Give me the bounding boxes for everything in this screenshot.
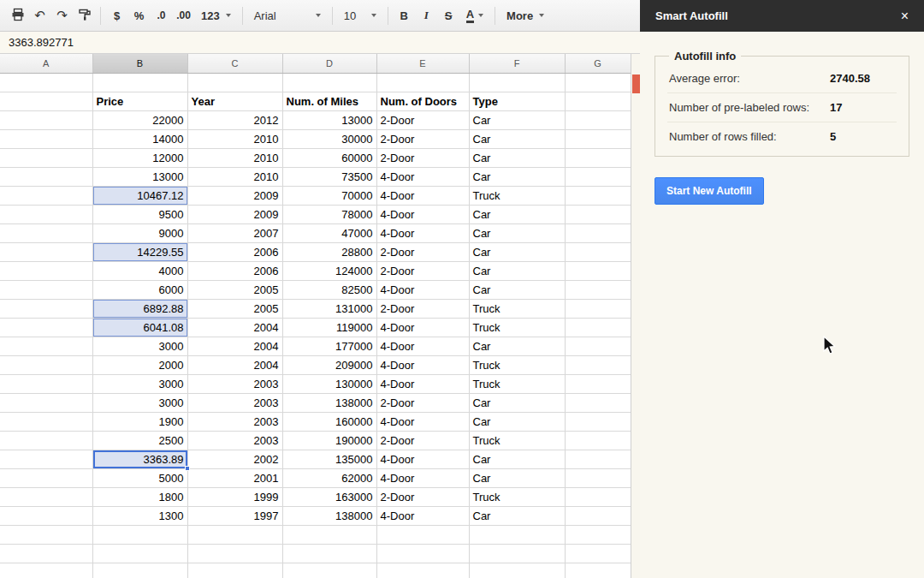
cell-price[interactable]: 4000 [92,261,187,280]
cell-empty[interactable] [565,186,631,205]
column-header-e[interactable]: E [376,54,469,73]
cell-doors[interactable]: 4-Door [376,167,469,186]
cell-price[interactable]: 2000 [92,355,187,374]
cell-empty[interactable] [565,544,631,563]
cell-empty[interactable] [376,525,469,544]
cell-miles[interactable]: 177000 [282,337,376,355]
cell-year[interactable]: 2001 [187,468,282,487]
cell-doors[interactable]: 4-Door [376,374,469,393]
cell-empty[interactable] [92,525,187,544]
cell-empty[interactable] [187,525,282,544]
cell-type[interactable]: Truck [469,318,565,337]
cell-miles[interactable]: 62000 [282,468,376,487]
cell-year[interactable]: 2010 [187,167,282,186]
cell-empty[interactable] [565,337,631,355]
vertical-scrollbar[interactable] [631,54,640,578]
cell-empty[interactable] [565,148,631,167]
decrease-decimal-button[interactable]: .0 [151,4,172,27]
cell-empty[interactable] [565,318,631,337]
italic-button[interactable]: I [416,4,437,27]
cell-empty[interactable] [0,337,92,355]
cell-miles[interactable]: 131000 [282,299,376,318]
close-icon[interactable]: × [901,9,909,23]
cell-type[interactable]: Car [469,223,565,242]
cell-empty[interactable] [0,186,92,205]
cell-empty[interactable] [0,544,92,563]
cell-empty[interactable] [282,525,376,544]
cell-doors[interactable]: 2-Door [376,148,469,167]
cell-year[interactable]: 1997 [187,506,282,525]
cell-field-header-miles[interactable]: Num. of Miles [282,92,376,110]
cell-field-header-price[interactable]: Price [92,92,187,110]
cell-miles[interactable]: 138000 [282,393,376,412]
more-dropdown[interactable]: More [500,4,550,27]
cell-doors[interactable]: 4-Door [376,450,469,468]
cell-empty[interactable] [565,431,631,450]
cell-miles[interactable]: 82500 [282,280,376,299]
cell-empty[interactable] [282,544,376,563]
cell-field-header-doors[interactable]: Num. of Doors [376,92,469,110]
cell-doors[interactable]: 4-Door [376,280,469,299]
cell-doors[interactable]: 2-Door [376,129,469,148]
cell-empty[interactable] [0,167,92,186]
cell-empty[interactable] [376,544,469,563]
cell-miles[interactable]: 30000 [282,129,376,148]
percent-format-button[interactable]: % [128,4,150,27]
cell-empty[interactable] [565,223,631,242]
cell-type[interactable]: Car [469,110,565,129]
cell-empty[interactable] [565,73,631,92]
font-size-dropdown[interactable]: 10 [338,4,382,27]
cell-doors[interactable]: 4-Door [376,412,469,431]
cell-year[interactable]: 2012 [187,110,282,129]
cell-empty[interactable] [92,563,187,578]
cell-type[interactable]: Truck [469,355,565,374]
autofilled-cell[interactable]: 6041.08 [92,318,187,337]
cell-type[interactable]: Car [469,205,565,223]
cell-miles[interactable]: 28800 [282,242,376,261]
cell-empty[interactable] [0,431,92,450]
cell-price[interactable]: 3000 [92,393,187,412]
cell-type[interactable]: Car [469,412,565,431]
column-header-b[interactable]: B [92,54,187,73]
cell-empty[interactable] [565,525,631,544]
cell-price[interactable]: 13000 [92,167,187,186]
cell-empty[interactable] [282,73,376,92]
cell-price[interactable]: 22000 [92,110,187,129]
autofilled-cell[interactable]: 10467.12 [92,186,187,205]
column-header-d[interactable]: D [282,54,376,73]
cell-empty[interactable] [0,487,92,506]
cell-type[interactable]: Car [469,242,565,261]
cell-year[interactable]: 2003 [187,374,282,393]
cell-year[interactable]: 2002 [187,450,282,468]
cell-year[interactable]: 2010 [187,148,282,167]
autofilled-cell[interactable]: 14229.55 [92,242,187,261]
font-family-dropdown[interactable]: Arial [248,4,327,27]
redo-button[interactable]: ↷ [51,4,73,27]
cell-empty[interactable] [565,280,631,299]
scrollbar-marker[interactable] [632,74,640,93]
cell-year[interactable]: 2003 [187,431,282,450]
cell-miles[interactable]: 135000 [282,450,376,468]
cell-empty[interactable] [0,412,92,431]
cell-doors[interactable]: 4-Door [376,337,469,355]
cell-miles[interactable]: 73500 [282,167,376,186]
cell-field-header-year[interactable]: Year [187,92,282,110]
cell-type[interactable]: Car [469,450,565,468]
text-color-dropdown[interactable]: A [460,4,489,27]
cell-year[interactable]: 1999 [187,487,282,506]
cell-empty[interactable] [565,129,631,148]
cell-price[interactable]: 3000 [92,374,187,393]
cell-empty[interactable] [0,129,92,148]
cell-empty[interactable] [565,355,631,374]
cell-empty[interactable] [0,355,92,374]
cell-miles[interactable]: 78000 [282,205,376,223]
cell-year[interactable]: 2005 [187,299,282,318]
cell-empty[interactable] [0,318,92,337]
cell-doors[interactable]: 2-Door [376,110,469,129]
cell-doors[interactable]: 4-Door [376,186,469,205]
cell-empty[interactable] [565,261,631,280]
cell-price[interactable]: 9500 [92,205,187,223]
cell-type[interactable]: Truck [469,487,565,506]
cell-empty[interactable] [469,544,565,563]
cell-year[interactable]: 2006 [187,242,282,261]
